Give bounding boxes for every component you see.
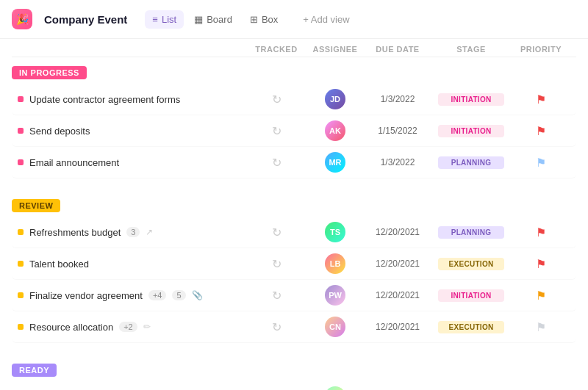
section-badge-ready: READY — [12, 364, 57, 377]
attachment-icon: 📎 — [192, 290, 203, 300]
table-row[interactable]: Update contractor agreement forms JD 1/3… — [12, 84, 576, 115]
table-row[interactable]: Email announcement MR 1/3/2022 PLANNING … — [12, 147, 576, 178]
section-inprogress: IN PROGRESS Update contractor agreement … — [12, 60, 576, 178]
status-dot — [18, 261, 24, 267]
due-date-cell: 1/3/2022 — [365, 94, 431, 104]
due-date-cell: 1/15/2022 — [365, 126, 431, 136]
main-content: TRACKED ASSIGNEE DUE DATE STAGE PRIORITY… — [0, 39, 588, 390]
add-view-button[interactable]: + Add view — [297, 10, 355, 29]
avatar: KL — [325, 386, 345, 390]
table-row[interactable]: Send deposits AK 1/15/2022 INITIATION ⚑ — [12, 115, 576, 147]
priority-cell: ⚑ — [512, 289, 570, 303]
stage-cell: PLANNING — [431, 156, 512, 169]
stage-cell: INITIATION — [431, 289, 512, 302]
assignee-cell: PW — [306, 285, 365, 306]
task-name: Send deposits — [18, 126, 247, 137]
tracked-cell — [247, 320, 306, 334]
status-dot — [18, 159, 24, 165]
priority-cell: ⚑ — [512, 156, 570, 170]
section-review: REVIEW Refreshments budget 3 ↗ TS 12/20/… — [12, 193, 576, 343]
assignee-cell: MR — [306, 152, 365, 173]
status-dot — [18, 324, 24, 330]
avatar: AK — [325, 120, 345, 141]
app-container: 🎉 Company Event ≡ List ▦ Board ⊞ Box + A… — [0, 0, 588, 390]
table-row[interactable]: Update website KL 12/20/2021 PLANNING ⚑ — [12, 381, 576, 390]
assignee-cell: LB — [306, 253, 365, 274]
stage-cell: EXECUTION — [431, 321, 512, 333]
assignee-cell: KL — [306, 386, 365, 390]
stage-cell: INITIATION — [431, 125, 512, 137]
tracked-cell — [247, 225, 306, 239]
avatar: MR — [325, 152, 345, 173]
avatar: JD — [325, 89, 345, 109]
project-title: Company Event — [44, 13, 127, 26]
task-name: Email announcement — [18, 157, 247, 168]
tracked-cell — [247, 124, 306, 138]
task-name: Talent booked — [18, 259, 247, 270]
section-badge-inprogress: IN PROGRESS — [12, 66, 87, 79]
table-row[interactable]: Talent booked LB 12/20/2021 EXECUTION ⚑ — [12, 248, 576, 280]
table-row[interactable]: Refreshments budget 3 ↗ TS 12/20/2021 PL… — [12, 217, 576, 248]
assignee-cell: AK — [306, 120, 365, 141]
edit-icon: ✏ — [143, 322, 151, 332]
refresh-icon — [272, 156, 282, 170]
due-date-cell: 12/20/2021 — [365, 227, 431, 237]
link-icon: ↗ — [146, 227, 153, 237]
task-name: Update contractor agreement forms — [18, 94, 247, 105]
tracked-cell — [247, 93, 306, 106]
task-name: Resource allocation +2 ✏ — [18, 322, 247, 333]
assignee-cell: CN — [306, 317, 365, 337]
priority-cell: ⚑ — [512, 124, 570, 138]
stage-badge: INITIATION — [438, 125, 504, 137]
status-dot — [18, 229, 24, 235]
tag-count: +4 — [148, 290, 167, 300]
board-icon: ▦ — [194, 14, 203, 25]
stage-badge: EXECUTION — [438, 321, 504, 333]
tab-board[interactable]: ▦ Board — [187, 10, 240, 29]
stage-cell: EXECUTION — [431, 258, 512, 270]
stage-cell: INITIATION — [431, 93, 512, 106]
stage-badge: EXECUTION — [438, 258, 504, 270]
tag-count: +2 — [119, 322, 137, 332]
section-ready: READY Update website KL 12/20/2021 PLANN… — [12, 358, 576, 390]
app-icon: 🎉 — [12, 9, 32, 29]
tracked-cell — [247, 289, 306, 303]
status-dot — [18, 128, 24, 134]
due-date-cell: 12/20/2021 — [365, 322, 431, 332]
tab-list[interactable]: ≡ List — [145, 10, 184, 29]
status-dot — [18, 292, 24, 298]
stage-cell: PLANNING — [431, 226, 512, 239]
tag-count: 3 — [126, 227, 140, 237]
refresh-icon — [272, 289, 282, 303]
refresh-icon — [272, 225, 282, 239]
priority-cell: ⚑ — [512, 320, 570, 334]
tag-count-2: 5 — [172, 290, 185, 300]
table-row[interactable]: Resource allocation +2 ✏ CN 12/20/2021 E… — [12, 311, 576, 343]
avatar: PW — [325, 285, 345, 306]
priority-cell: ⚑ — [512, 257, 570, 271]
table-row[interactable]: Finalize vendor agreement +4 5 📎 PW 12/2… — [12, 280, 576, 311]
tab-box[interactable]: ⊞ Box — [243, 10, 285, 29]
priority-cell: ⚑ — [512, 225, 570, 239]
task-name: Refreshments budget 3 ↗ — [18, 227, 247, 238]
priority-cell: ⚑ — [512, 93, 570, 106]
box-icon: ⊞ — [250, 14, 258, 25]
task-name: Finalize vendor agreement +4 5 📎 — [18, 290, 247, 301]
due-date-cell: 1/3/2022 — [365, 157, 431, 167]
stage-badge: INITIATION — [438, 93, 504, 106]
refresh-icon — [272, 320, 282, 334]
nav-tabs: ≡ List ▦ Board ⊞ Box — [145, 10, 285, 29]
header: 🎉 Company Event ≡ List ▦ Board ⊞ Box + A… — [0, 0, 588, 39]
status-dot — [18, 96, 24, 102]
assignee-cell: TS — [306, 222, 365, 242]
due-date-cell: 12/20/2021 — [365, 259, 431, 269]
avatar: CN — [325, 317, 345, 337]
tracked-cell — [247, 257, 306, 271]
list-icon: ≡ — [152, 14, 158, 25]
assignee-cell: JD — [306, 89, 365, 109]
stage-badge: PLANNING — [438, 156, 504, 169]
table-header: TRACKED ASSIGNEE DUE DATE STAGE PRIORITY — [12, 39, 576, 57]
refresh-icon — [272, 257, 282, 271]
avatar: LB — [325, 253, 345, 274]
due-date-cell: 12/20/2021 — [365, 290, 431, 300]
